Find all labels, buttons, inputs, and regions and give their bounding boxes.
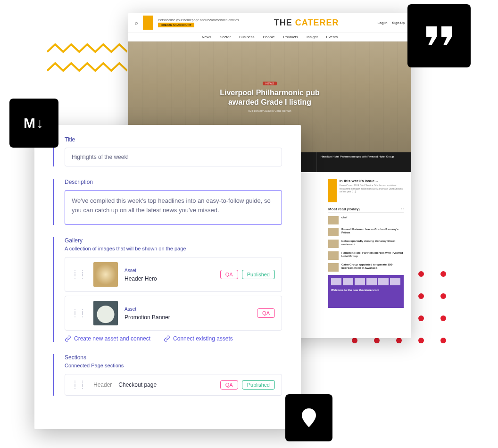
description-label: Description (65, 179, 282, 185)
magazine-thumb (143, 16, 153, 30)
quote-icon (426, 26, 452, 45)
cms-form: Title Highlights of the week! Descriptio… (34, 125, 301, 429)
most-read-item[interactable]: Hamilton Hotel Partners merges with Pyra… (328, 251, 404, 260)
asset-card[interactable]: ⋮⋮⋮⋮ Asset Promotion Banner QA (65, 296, 282, 331)
hero-byline: 03 February 2023 by Jane Renton (248, 109, 291, 112)
markdown-tile: M↓ (9, 99, 58, 148)
cta-block: Personalise your homepage and recommende… (158, 18, 239, 27)
nav-sector[interactable]: Sector (220, 35, 231, 39)
qa-badge: QA (220, 380, 238, 390)
signup-link[interactable]: Sign Up (392, 21, 405, 25)
asset-kind: Asset (124, 268, 136, 273)
gallery-label: Gallery (65, 237, 282, 244)
asset-thumb (93, 262, 118, 287)
section-name: Checkout page (118, 382, 213, 388)
link-icon (164, 335, 170, 342)
issue-title: In this week's issue… (340, 179, 404, 183)
asset-name: Header Hero (124, 275, 214, 282)
pin-tile (285, 394, 332, 441)
asset-thumb (93, 301, 118, 325)
most-read-item[interactable]: chef (328, 216, 404, 224)
pin-icon (302, 408, 316, 427)
nav-events[interactable]: Events (326, 35, 338, 39)
description-textarea[interactable]: We've compiled this week's top headlines… (65, 190, 282, 225)
most-read-item[interactable]: Nobu reportedly closing Berkeley Street … (328, 240, 404, 248)
most-read-item[interactable]: Russell Bateman leaves Gordon Ramsay's P… (328, 228, 404, 236)
sections-label: Sections (65, 354, 282, 361)
zigzag-decoration (47, 43, 127, 81)
published-badge: Published (242, 380, 275, 390)
site-logo: THE CATERER (244, 18, 369, 28)
hero-headline: Liverpool Philharmonic pub awarded Grade… (204, 88, 336, 106)
asset-name: Promotion Banner (124, 314, 250, 321)
connect-asset-link[interactable]: Connect existing assets (164, 335, 233, 342)
nav-people[interactable]: People (263, 35, 275, 39)
quote-tile (407, 4, 471, 67)
create-account-button[interactable]: CREATE AN ACCOUNT (158, 23, 194, 27)
drag-handle-icon[interactable]: ⋮⋮⋮⋮ (72, 382, 87, 388)
login-link[interactable]: Log In (378, 21, 388, 25)
issue-blurb: Karen Cross, 2019 Gold Service Scholar a… (340, 184, 404, 193)
section-type: Header (93, 382, 112, 388)
sidebar: In this week's issue… Karen Cross, 2019 … (328, 179, 404, 308)
most-read-header: Most read (today)‹ › (328, 207, 404, 213)
qa-badge: QA (257, 308, 275, 318)
video-promo[interactable]: Welcome to the new thecaterer.com (328, 275, 404, 308)
markdown-icon: M↓ (24, 115, 44, 131)
asset-card[interactable]: ⋮⋮⋮⋮ Asset Header Hero QA Published (65, 257, 282, 292)
sections-sublabel: Connected Page sections (65, 363, 282, 368)
cta-text: Personalise your homepage and recommende… (158, 18, 239, 22)
drag-handle-icon[interactable]: ⋮⋮⋮⋮ (72, 310, 87, 316)
gallery-sublabel: A collection of images that will be show… (65, 246, 282, 251)
search-icon[interactable]: ⌕ (135, 20, 138, 25)
link-icon (65, 335, 71, 342)
asset-kind: Asset (124, 307, 136, 312)
issue-cover (328, 179, 337, 202)
nav-products[interactable]: Products (283, 35, 298, 39)
title-input[interactable]: Highlights of the week! (65, 148, 282, 166)
published-badge: Published (242, 270, 275, 279)
create-asset-link[interactable]: Create new asset and connect (65, 335, 150, 342)
most-read-item[interactable]: Cairn Group appointed to operate 150-bed… (328, 263, 404, 272)
site-nav: News Sector Business People Products Ins… (128, 33, 411, 41)
nav-insight[interactable]: Insight (307, 35, 318, 39)
hero-tag: NEWS (263, 82, 277, 85)
section-row[interactable]: ⋮⋮⋮⋮ Header Checkout page QA Published (65, 374, 282, 396)
drag-handle-icon[interactable]: ⋮⋮⋮⋮ (72, 271, 87, 278)
title-label: Title (65, 136, 282, 143)
nav-news[interactable]: News (202, 35, 211, 39)
nav-business[interactable]: Business (239, 35, 254, 39)
qa-badge: QA (220, 270, 238, 279)
